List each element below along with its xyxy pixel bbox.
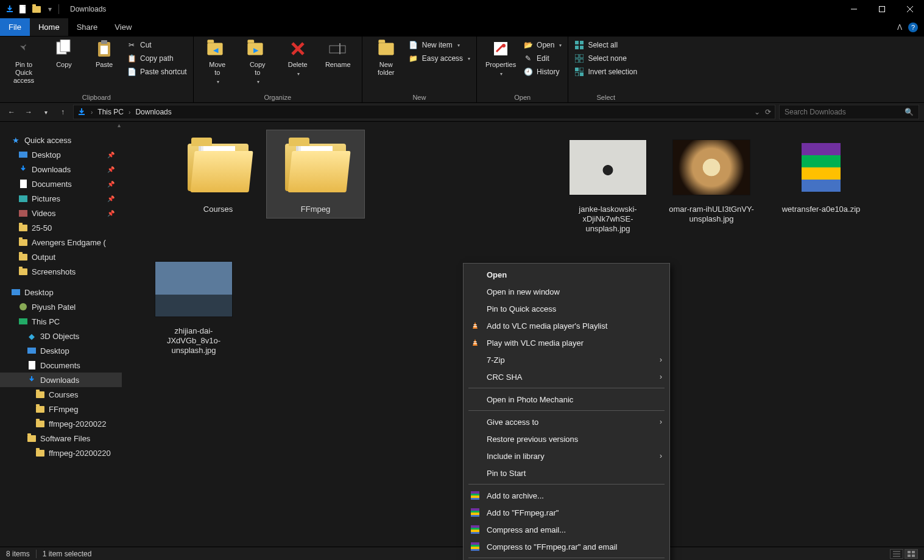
- invert-selection-button[interactable]: Invert selection: [574, 67, 637, 77]
- history-button[interactable]: 🕘History: [523, 67, 562, 77]
- copy-path-button[interactable]: 📋Copy path: [127, 54, 187, 63]
- address-bar[interactable]: › This PC › Downloads ⌄ ⟳: [73, 105, 775, 119]
- recent-locations-button[interactable]: ▾: [39, 105, 52, 119]
- tab-view[interactable]: View: [106, 18, 140, 36]
- file-item[interactable]: janke-laskowski-xDjiNk7whSE-unsplash.jpg: [559, 130, 657, 237]
- tree-item-this-pc[interactable]: This PC: [0, 314, 122, 329]
- properties-button[interactable]: Properties▾: [483, 39, 518, 78]
- tab-home[interactable]: Home: [30, 18, 68, 36]
- context-menu-item-include-in-library[interactable]: Include in library›: [464, 447, 669, 464]
- edit-button[interactable]: ✎Edit: [523, 54, 562, 63]
- context-menu-item-add-to-archive-[interactable]: Add to archive...: [464, 487, 669, 504]
- tree-item-25-50[interactable]: 25-50: [0, 220, 122, 235]
- tree-item-avengers-endgame-[interactable]: Avengers Endgame (: [0, 235, 122, 250]
- move-to-button[interactable]: ◀Move to▾: [200, 39, 235, 86]
- tree-item-pictures[interactable]: Pictures📌: [0, 191, 122, 206]
- file-item[interactable]: omar-ram-ihULI3tGnVY-unsplash.jpg: [663, 130, 760, 228]
- context-menu-item-compress-and-email-[interactable]: Compress and email...: [464, 521, 669, 538]
- svg-rect-40: [912, 555, 915, 557]
- context-menu-item-give-access-to[interactable]: Give access to›: [464, 413, 669, 430]
- tree-item-videos[interactable]: Videos📌: [0, 206, 122, 220]
- open-button[interactable]: 📂Open▾: [523, 40, 562, 50]
- context-menu-item-compress-to-ffmpeg-rar-and-email[interactable]: Compress to "FFmpeg.rar" and email: [464, 538, 669, 555]
- breadcrumb-downloads[interactable]: Downloads: [135, 108, 171, 116]
- select-all-button[interactable]: Select all: [574, 40, 637, 50]
- tree-item-downloads[interactable]: Downloads📌: [0, 162, 122, 177]
- file-item[interactable]: zhijian-dai-JXdVGb_8v1o-unsplash.jpg: [145, 252, 242, 359]
- scroll-up-icon[interactable]: ▴: [118, 122, 121, 128]
- collapse-ribbon-icon[interactable]: ᐱ: [897, 23, 902, 32]
- tab-file[interactable]: File: [0, 18, 30, 36]
- tree-item-piyush-patel[interactable]: Piyush Patel: [0, 299, 122, 314]
- tree-item-courses[interactable]: Courses: [0, 387, 122, 402]
- breadcrumb-this-pc[interactable]: This PC: [97, 108, 124, 116]
- context-menu-item-restore-previous-versions[interactable]: Restore previous versions: [464, 430, 669, 447]
- minimize-button[interactable]: [840, 0, 868, 18]
- context-menu-item-7-zip[interactable]: 7-Zip›: [464, 351, 669, 368]
- search-box[interactable]: 🔍: [779, 105, 919, 119]
- file-item[interactable]: Courses: [169, 130, 267, 218]
- back-button[interactable]: ←: [5, 105, 18, 119]
- up-button[interactable]: ↑: [56, 105, 69, 119]
- tab-share[interactable]: Share: [68, 18, 107, 36]
- context-menu-item-open-in-photo-mechanic[interactable]: Open in Photo Mechanic: [464, 391, 669, 408]
- paste-button[interactable]: Paste: [86, 39, 122, 69]
- search-icon[interactable]: 🔍: [905, 108, 914, 116]
- context-menu-item-pin-to-quick-access[interactable]: Pin to Quick access: [464, 300, 669, 317]
- tree-item-3d-objects[interactable]: ◆3D Objects: [0, 329, 122, 343]
- tree-item-downloads[interactable]: Downloads: [0, 373, 122, 387]
- tree-item-documents[interactable]: Documents📌: [0, 177, 122, 191]
- context-menu-item-open-in-new-window[interactable]: Open in new window: [464, 283, 669, 300]
- refresh-icon[interactable]: ⟳: [765, 108, 771, 116]
- pin-to-quick-access-button[interactable]: Pin to Quick access: [6, 39, 41, 85]
- delete-button[interactable]: Delete▾: [280, 39, 316, 78]
- copy-to-button[interactable]: ▶Copy to▾: [240, 39, 275, 86]
- forward-button[interactable]: →: [22, 105, 35, 119]
- context-menu-item-add-to-vlc-media-player-s-playlist[interactable]: Add to VLC media player's Playlist: [464, 317, 669, 334]
- dropdown-icon[interactable]: ⌄: [754, 108, 760, 116]
- context-menu-item-play-with-vlc-media-player[interactable]: Play with VLC media player: [464, 334, 669, 351]
- cut-button[interactable]: ✂Cut: [127, 40, 187, 50]
- context-menu-item-add-to-ffmpeg-rar-[interactable]: Add to "FFmpeg.rar": [464, 504, 669, 521]
- tree-item-software-files[interactable]: Software Files: [0, 431, 122, 446]
- doc-icon: [27, 360, 37, 370]
- navigation-pane[interactable]: ▴ ★Quick accessDesktop📌Downloads📌Documen…: [0, 122, 122, 547]
- context-menu-item-open[interactable]: Open: [464, 266, 669, 283]
- new-folder-icon: [376, 39, 396, 58]
- thumbnails-view-button[interactable]: [905, 549, 918, 559]
- properties-icon: [491, 39, 510, 58]
- paste-shortcut-button[interactable]: 📄Paste shortcut: [127, 67, 187, 77]
- select-none-button[interactable]: Select none: [574, 54, 637, 63]
- search-input[interactable]: [785, 108, 905, 116]
- new-item-button[interactable]: 📄New item▾: [409, 40, 470, 50]
- tree-item-desktop[interactable]: Desktop📌: [0, 147, 122, 162]
- copy-button[interactable]: Copy: [46, 39, 82, 69]
- tree-item-desktop[interactable]: Desktop: [0, 285, 122, 299]
- details-view-button[interactable]: [890, 549, 903, 559]
- tree-item-ffmpeg-20200220[interactable]: ffmpeg-20200220: [0, 446, 122, 460]
- tree-item-screenshots[interactable]: Screenshots: [0, 264, 122, 279]
- maximize-button[interactable]: [868, 0, 896, 18]
- rename-button[interactable]: Rename: [320, 39, 356, 69]
- new-folder-button[interactable]: New folder: [369, 39, 404, 77]
- tree-item-ffmpeg[interactable]: FFmpeg: [0, 402, 122, 416]
- file-item[interactable]: wetransfer-a0e10a.zip: [772, 130, 870, 218]
- file-item[interactable]: FFmpeg: [267, 130, 364, 218]
- close-button[interactable]: [896, 0, 924, 18]
- tree-item-desktop[interactable]: Desktop: [0, 343, 122, 358]
- chevron-down-icon[interactable]: ▾: [45, 4, 55, 14]
- context-menu-item-pin-to-start[interactable]: Pin to Start: [464, 464, 669, 481]
- file-item-label: Courses: [203, 205, 233, 214]
- folder-icon: [18, 223, 28, 233]
- tree-item-output[interactable]: Output: [0, 250, 122, 264]
- chevron-right-icon[interactable]: ›: [91, 109, 93, 116]
- easy-access-button[interactable]: 📁Easy access▾: [409, 54, 470, 63]
- file-view[interactable]: CoursesFFmpegjanke-laskowski-xDjiNk7whSE…: [122, 122, 924, 547]
- help-icon[interactable]: ?: [908, 23, 918, 32]
- tree-item-quick-access[interactable]: ★Quick access: [0, 133, 122, 147]
- tree-item-ffmpeg-2020022[interactable]: ffmpeg-2020022: [0, 416, 122, 431]
- tree-item-documents[interactable]: Documents: [0, 358, 122, 373]
- context-menu-item-crc-sha[interactable]: CRC SHA›: [464, 368, 669, 385]
- chevron-right-icon[interactable]: ›: [129, 109, 130, 116]
- context-menu-separator: [468, 410, 665, 411]
